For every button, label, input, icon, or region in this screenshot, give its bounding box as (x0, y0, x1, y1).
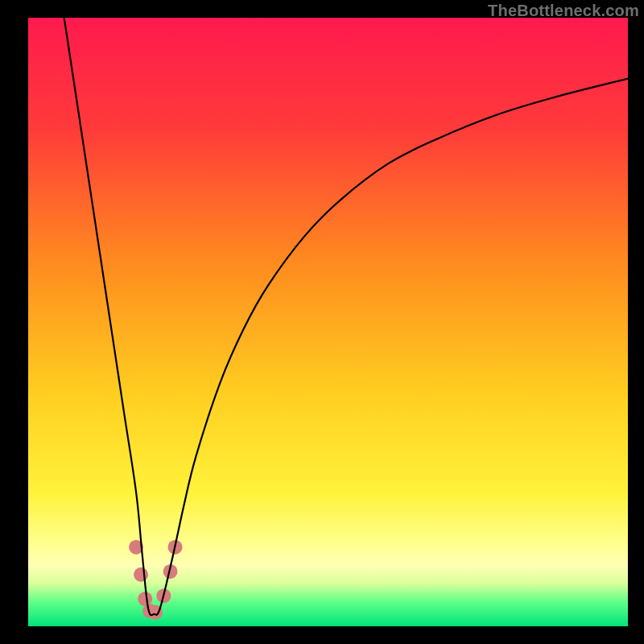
watermark-text: TheBottleneck.com (488, 2, 639, 20)
chart-svg (0, 0, 644, 644)
chart-container: TheBottleneck.com (0, 0, 644, 644)
plot-area (0, 0, 644, 644)
highlight-dot (134, 568, 148, 582)
gradient-background (28, 18, 628, 626)
